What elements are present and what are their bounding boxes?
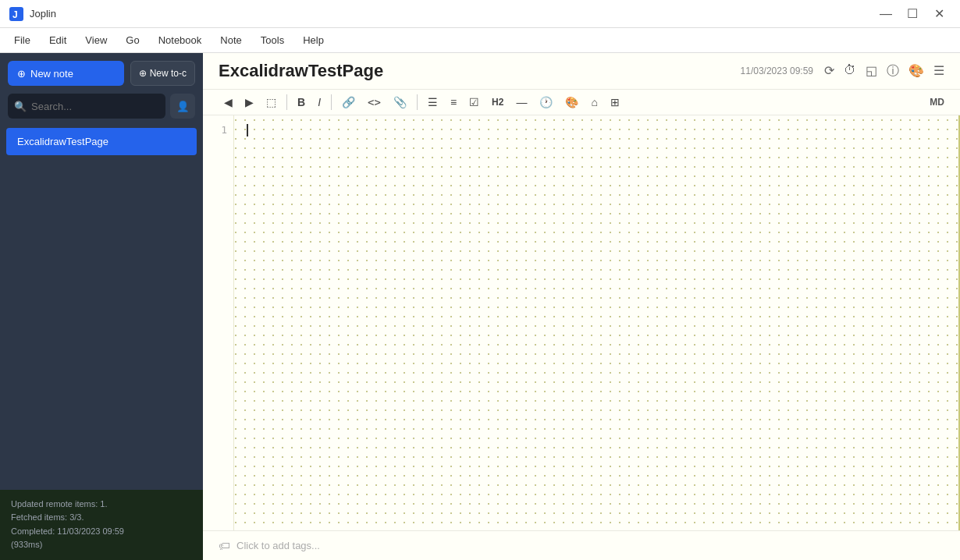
title-bar: J Joplin — ☐ ✕ <box>0 0 960 28</box>
editor-toolbar: ◀ ▶ ⬚ B I 🔗 <> 📎 ☰ ≡ ☑ H2 — 🕐 🎨 ⌂ ⊞ MD <box>203 90 960 115</box>
sidebar-status: Updated remote items: 1. Fetched items: … <box>0 490 203 560</box>
cursor-line <box>247 122 946 139</box>
note-title: ExcalidrawTestPage <box>219 61 383 81</box>
numbered-list-button[interactable]: ≡ <box>445 93 462 112</box>
search-input[interactable] <box>31 101 159 112</box>
theme-icon[interactable]: 🎨 <box>908 63 924 80</box>
layout-icon[interactable]: ◱ <box>866 63 877 80</box>
menu-bar: File Edit View Go Notebook Note Tools He… <box>0 28 960 53</box>
app-logo: J <box>9 7 23 21</box>
heading-button[interactable]: H2 <box>486 94 509 111</box>
sidebar-top-actions: ⊕ New note ⊕ New to-c <box>0 53 203 94</box>
app-title: Joplin <box>30 8 56 19</box>
link-button[interactable]: 🔗 <box>336 93 361 112</box>
note-item-title: ExcalidrawTestPage <box>17 136 186 147</box>
info-icon[interactable]: ⓘ <box>887 63 899 80</box>
title-bar-left: J Joplin <box>9 7 56 21</box>
minimize-button[interactable]: — <box>874 2 898 26</box>
sidebar-search: 🔍 👤 <box>0 94 203 125</box>
toolbar-separator-1 <box>286 94 287 110</box>
status-line-1: Updated remote items: 1. <box>11 498 192 512</box>
menu-help[interactable]: Help <box>295 31 332 49</box>
main-layout: ⊕ New note ⊕ New to-c 🔍 👤 ExcalidrawTest… <box>0 53 960 560</box>
sidebar: ⊕ New note ⊕ New to-c 🔍 👤 ExcalidrawTest… <box>0 53 203 560</box>
note-timestamp: 11/03/2023 09:59 <box>741 66 813 76</box>
note-item[interactable]: ExcalidrawTestPage <box>6 128 197 155</box>
menu-notebook[interactable]: Notebook <box>151 31 210 49</box>
alarm-icon[interactable]: ⏱ <box>844 63 856 80</box>
menu-go[interactable]: Go <box>118 31 147 49</box>
code-inline-button[interactable]: <> <box>362 93 386 112</box>
insert-table-button[interactable]: ⊞ <box>605 93 625 112</box>
palette-button[interactable]: 🎨 <box>560 93 584 112</box>
sync-icon[interactable]: ⟳ <box>824 63 834 80</box>
bullet-list-button[interactable]: ☰ <box>422 93 443 112</box>
new-note-label: New note <box>30 68 73 80</box>
search-icon: 🔍 <box>14 101 27 112</box>
new-note-button[interactable]: ⊕ New note <box>8 61 124 86</box>
tag-icon: 🏷 <box>219 539 230 552</box>
line-number-1: 1 <box>203 122 233 139</box>
menu-note[interactable]: Note <box>212 31 249 49</box>
new-todo-button[interactable]: ⊕ New to-c <box>130 61 195 86</box>
editor-area: ExcalidrawTestPage 11/03/2023 09:59 ⟳ ⏱ … <box>203 53 960 560</box>
checkbox-button[interactable]: ☑ <box>464 93 485 112</box>
circle-plus-icon: ⊕ <box>17 68 26 80</box>
sort-icon: 👤 <box>176 101 190 112</box>
meta-icons: ⟳ ⏱ ◱ ⓘ 🎨 ☰ <box>824 63 944 80</box>
search-input-wrap[interactable]: 🔍 <box>8 94 165 119</box>
options-icon[interactable]: ☰ <box>933 63 944 80</box>
home-button[interactable]: ⌂ <box>585 93 603 112</box>
forward-button[interactable]: ▶ <box>240 93 259 112</box>
menu-tools[interactable]: Tools <box>253 31 292 49</box>
status-line-4: (933ms) <box>11 538 192 552</box>
back-button[interactable]: ◀ <box>219 93 238 112</box>
new-todo-label: New to-c <box>150 68 187 79</box>
tag-bar[interactable]: 🏷 Click to add tags... <box>203 530 960 560</box>
bold-button[interactable]: B <box>292 93 311 112</box>
toggle-external-button[interactable]: ⬚ <box>261 93 282 112</box>
search-sort-button[interactable]: 👤 <box>170 94 195 119</box>
note-list: ExcalidrawTestPage <box>0 125 203 490</box>
editor-content[interactable] <box>234 115 958 530</box>
rule-button[interactable]: — <box>510 93 532 112</box>
tag-placeholder[interactable]: Click to add tags... <box>236 540 320 551</box>
menu-file[interactable]: File <box>6 31 38 49</box>
menu-view[interactable]: View <box>77 31 115 49</box>
svg-text:J: J <box>12 9 18 20</box>
text-cursor <box>247 124 248 136</box>
line-numbers: 1 <box>203 115 234 530</box>
maximize-button[interactable]: ☐ <box>901 2 924 26</box>
status-line-3: Completed: 11/03/2023 09:59 <box>11 525 192 539</box>
status-line-2: Fetched items: 3/3. <box>11 511 192 525</box>
close-button[interactable]: ✕ <box>927 2 951 26</box>
toolbar-separator-3 <box>417 94 418 110</box>
menu-edit[interactable]: Edit <box>41 31 74 49</box>
editor-header: ExcalidrawTestPage 11/03/2023 09:59 ⟳ ⏱ … <box>203 53 960 90</box>
circle-check-icon: ⊕ <box>139 68 147 79</box>
editor-meta: 11/03/2023 09:59 ⟳ ⏱ ◱ ⓘ 🎨 ☰ <box>741 63 944 80</box>
toolbar-separator-2 <box>331 94 332 110</box>
attach-button[interactable]: 📎 <box>388 93 412 112</box>
window-controls: — ☐ ✕ <box>874 2 951 26</box>
editor-mode-label: MD <box>930 97 944 108</box>
editor-body[interactable]: 1 <box>203 115 960 530</box>
insert-time-button[interactable]: 🕐 <box>534 93 558 112</box>
italic-button[interactable]: I <box>312 93 326 112</box>
